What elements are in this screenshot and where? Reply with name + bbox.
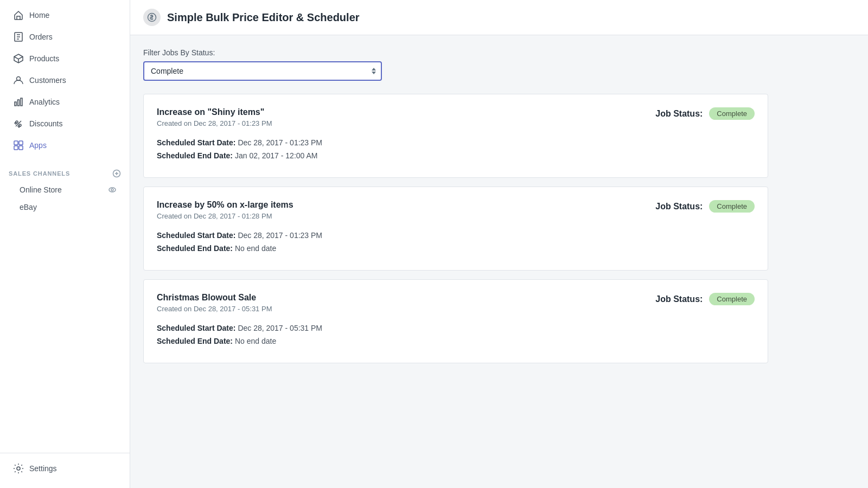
job-card-3-start-label: Scheduled Start Date:	[157, 324, 235, 332]
job-card-2-status-section: Job Status: Complete	[655, 200, 755, 213]
svg-point-14	[17, 467, 20, 470]
filter-select-wrapper: All Complete Pending Running Failed	[143, 61, 382, 81]
svg-point-13	[111, 189, 113, 191]
svg-point-12	[109, 188, 116, 192]
job-card-1-title: Increase on "Shiny items"	[157, 107, 272, 117]
sidebar-item-discounts-label: Discounts	[29, 119, 62, 128]
job-card-3-status-label: Job Status:	[655, 294, 703, 304]
svg-rect-8	[19, 141, 23, 145]
job-card-2-status-label: Job Status:	[655, 202, 703, 211]
job-card-1-details: Scheduled Start Date: Dec 28, 2017 - 01:…	[157, 138, 755, 160]
sidebar-item-home-label: Home	[29, 11, 49, 20]
sidebar-item-ebay[interactable]: eBay	[4, 198, 125, 216]
job-card-1-info: Increase on "Shiny items" Created on Dec…	[157, 107, 272, 127]
job-card-2-details: Scheduled Start Date: Dec 28, 2017 - 01:…	[157, 231, 755, 253]
job-card-2-created: Created on Dec 28, 2017 - 01:28 PM	[157, 212, 293, 220]
job-card-2-title: Increase by 50% on x-large items	[157, 200, 293, 210]
job-card-3-title: Christmas Blowout Sale	[157, 293, 272, 303]
sidebar-item-discounts[interactable]: Discounts	[4, 113, 125, 134]
job-card-2-end-value: No end date	[235, 244, 276, 253]
job-card-3: Christmas Blowout Sale Created on Dec 28…	[143, 279, 768, 363]
discounts-icon	[13, 118, 24, 129]
sidebar-item-apps-label: Apps	[29, 141, 47, 150]
job-card-1-start-value: Dec 28, 2017 - 01:23 PM	[238, 138, 322, 147]
job-card-1-status-badge: Complete	[709, 107, 755, 120]
svg-rect-3	[18, 100, 20, 106]
sidebar-item-online-store[interactable]: Online Store	[4, 181, 125, 198]
apps-icon	[13, 140, 24, 151]
customers-icon	[13, 75, 24, 86]
job-card-3-details: Scheduled Start Date: Dec 28, 2017 - 05:…	[157, 324, 755, 345]
job-card-1-end-value: Jan 02, 2017 - 12:00 AM	[235, 151, 318, 160]
job-card-2-end: Scheduled End Date: No end date	[157, 244, 755, 253]
sales-channels-section: Sales Channels	[0, 160, 130, 181]
job-card-1-start: Scheduled Start Date: Dec 28, 2017 - 01:…	[157, 138, 755, 147]
job-card-2-status-badge: Complete	[709, 200, 755, 213]
filter-label: Filter Jobs By Status:	[143, 48, 768, 57]
ebay-label: eBay	[20, 203, 37, 211]
sidebar: Home Orders Products Customers Analytics…	[0, 0, 130, 488]
page-content: Filter Jobs By Status: All Complete Pend…	[130, 35, 781, 385]
sidebar-item-customers[interactable]: Customers	[4, 69, 125, 91]
sidebar-item-analytics-label: Analytics	[29, 98, 60, 106]
job-card-3-created: Created on Dec 28, 2017 - 05:31 PM	[157, 305, 272, 313]
sidebar-nav: Home Orders Products Customers Analytics…	[0, 0, 130, 160]
job-card-3-start: Scheduled Start Date: Dec 28, 2017 - 05:…	[157, 324, 755, 332]
page-title: Simple Bulk Price Editor & Scheduler	[167, 11, 360, 24]
job-card-3-status-section: Job Status: Complete	[655, 293, 755, 305]
sidebar-item-apps[interactable]: Apps	[4, 134, 125, 156]
job-card-3-end-label: Scheduled End Date:	[157, 337, 233, 345]
sales-channels-label: Sales Channels	[9, 170, 70, 177]
job-card-3-start-value: Dec 28, 2017 - 05:31 PM	[238, 324, 322, 332]
orders-icon	[13, 31, 24, 42]
online-store-label: Online Store	[20, 185, 62, 194]
sidebar-bottom: Settings	[0, 453, 130, 488]
job-card-2-start-label: Scheduled Start Date:	[157, 231, 235, 240]
sidebar-item-home[interactable]: Home	[4, 4, 125, 26]
job-card-1-header: Increase on "Shiny items" Created on Dec…	[157, 107, 755, 127]
svg-rect-9	[14, 146, 18, 150]
job-card-1-end-label: Scheduled End Date:	[157, 151, 233, 160]
sidebar-item-products[interactable]: Products	[4, 48, 125, 69]
settings-label: Settings	[29, 464, 57, 473]
svg-rect-4	[21, 98, 22, 106]
main-content: Simple Bulk Price Editor & Scheduler Fil…	[130, 0, 868, 488]
app-icon	[143, 9, 161, 26]
filter-select[interactable]: All Complete Pending Running Failed	[143, 61, 382, 81]
home-icon	[13, 10, 24, 21]
sidebar-item-settings[interactable]: Settings	[4, 458, 125, 479]
svg-rect-7	[14, 141, 18, 145]
settings-icon	[13, 463, 24, 474]
svg-rect-10	[19, 146, 23, 150]
filter-section: Filter Jobs By Status: All Complete Pend…	[143, 48, 768, 81]
sidebar-item-customers-label: Customers	[29, 76, 66, 85]
sidebar-item-orders-label: Orders	[29, 33, 53, 41]
job-card-1-status-section: Job Status: Complete	[655, 107, 755, 120]
job-card-2-start-value: Dec 28, 2017 - 01:23 PM	[238, 231, 322, 240]
page-header: Simple Bulk Price Editor & Scheduler	[130, 0, 868, 35]
job-card-1-created: Created on Dec 28, 2017 - 01:23 PM	[157, 119, 272, 127]
job-card-2: Increase by 50% on x-large items Created…	[143, 187, 768, 271]
svg-rect-2	[15, 102, 16, 106]
sidebar-item-products-label: Products	[29, 54, 59, 63]
job-card-2-end-label: Scheduled End Date:	[157, 244, 233, 253]
add-channel-icon[interactable]	[112, 169, 121, 178]
job-card-3-info: Christmas Blowout Sale Created on Dec 28…	[157, 293, 272, 313]
eye-icon	[108, 185, 117, 194]
products-icon	[13, 53, 24, 64]
job-card-3-header: Christmas Blowout Sale Created on Dec 28…	[157, 293, 755, 313]
job-card-1-end: Scheduled End Date: Jan 02, 2017 - 12:00…	[157, 151, 755, 160]
dollar-circle-icon	[147, 12, 157, 22]
job-card-1: Increase on "Shiny items" Created on Dec…	[143, 94, 768, 178]
job-card-3-end: Scheduled End Date: No end date	[157, 337, 755, 345]
job-card-3-end-value: No end date	[235, 337, 276, 345]
job-card-2-start: Scheduled Start Date: Dec 28, 2017 - 01:…	[157, 231, 755, 240]
job-card-1-start-label: Scheduled Start Date:	[157, 138, 235, 147]
sidebar-item-orders[interactable]: Orders	[4, 26, 125, 48]
analytics-icon	[13, 97, 24, 107]
job-card-2-info: Increase by 50% on x-large items Created…	[157, 200, 293, 220]
job-card-2-header: Increase by 50% on x-large items Created…	[157, 200, 755, 220]
sidebar-item-analytics[interactable]: Analytics	[4, 91, 125, 113]
job-card-3-status-badge: Complete	[709, 293, 755, 305]
job-card-1-status-label: Job Status:	[655, 109, 703, 119]
